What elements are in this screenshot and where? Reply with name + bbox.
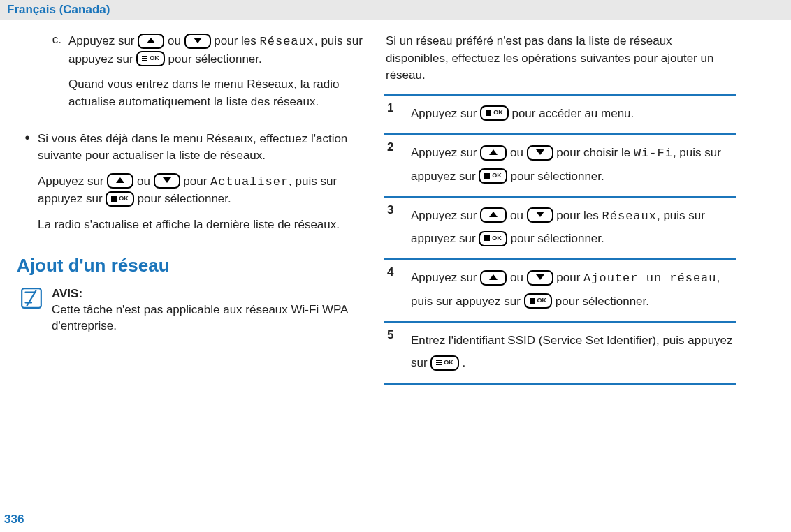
step-text: Appuyez sur OK pour accéder au menu. (411, 103, 734, 125)
ok-button-icon: OK (106, 191, 134, 207)
table-row: 1 Appuyez sur OK pour accéder au menu. (384, 95, 736, 134)
left-column: c. Appuyez sur ou pour les Réseaux, puis… (0, 33, 377, 385)
up-button-icon (138, 34, 164, 49)
section-heading: Ajout d'un réseau (17, 255, 370, 276)
notice-title: AVIS: (52, 286, 370, 302)
substep-c-line1: Appuyez sur ou pour les Réseaux, puis su… (68, 33, 370, 68)
ok-button-icon: OK (480, 105, 509, 121)
menu-label-reseaux: Réseaux (260, 35, 314, 48)
step-number: 1 (384, 95, 408, 134)
bullet-p2: Appuyez sur ou pour Actualiser, puis sur… (38, 173, 370, 208)
menu-label-ajouter: Ajouter un réseau (583, 272, 716, 285)
ok-button-icon: OK (430, 355, 459, 371)
up-button-icon (107, 173, 133, 189)
down-button-icon (527, 207, 553, 223)
table-row: 3 Appuyez sur ou pour les Réseaux, puis … (384, 197, 736, 260)
up-button-icon (480, 145, 507, 161)
down-button-icon (527, 270, 553, 286)
step-number: 5 (384, 322, 408, 384)
content-columns: c. Appuyez sur ou pour les Réseaux, puis… (0, 20, 791, 385)
substep-c: c. Appuyez sur ou pour les Réseaux, puis… (17, 33, 370, 119)
table-row: 5 Entrez l'identifiant SSID (Service Set… (384, 322, 736, 384)
notice-body: Cette tâche n'est pas applicable aux rés… (52, 302, 370, 334)
ok-button-icon: OK (479, 168, 507, 184)
menu-label-actualiser: Actualiser (210, 175, 289, 189)
ok-button-icon: OK (524, 293, 553, 309)
substep-marker: c. (17, 33, 68, 119)
step-text: Entrez l'identifiant SSID (Service Set I… (411, 330, 734, 375)
bullet-p3: La radio s'actualise et affiche la derni… (38, 216, 370, 234)
down-button-icon (184, 34, 211, 49)
menu-label-wifi: Wi-Fi (634, 147, 673, 160)
intro-paragraph: Si un réseau préféré n'est pas dans la l… (384, 33, 736, 84)
down-button-icon (154, 173, 180, 189)
down-button-icon (527, 145, 553, 161)
bullet-marker: • (17, 131, 38, 242)
ok-button-icon: OK (479, 231, 507, 246)
page-header: Français (Canada) (0, 0, 791, 20)
bullet-p1: Si vous êtes déjà dans le menu Réseaux, … (38, 131, 370, 165)
right-column: Si un réseau préféré n'est pas dans la l… (377, 33, 755, 385)
step-number: 3 (384, 197, 408, 260)
step-number: 4 (384, 259, 408, 322)
up-button-icon (480, 207, 507, 223)
step-text: Appuyez sur ou pour choisir le Wi-Fi, pu… (411, 142, 734, 188)
notice-icon (20, 286, 43, 312)
notice-block: AVIS: Cette tâche n'est pas applicable a… (20, 286, 370, 334)
step-text: Appuyez sur ou pour les Réseaux, puis su… (411, 205, 734, 251)
menu-label-reseaux: Réseaux (602, 209, 657, 223)
substep-c-paragraph: Quand vous entrez dans le menu Réseaux, … (68, 76, 370, 110)
ok-button-icon: OK (136, 51, 165, 66)
step-text: Appuyez sur ou pour Ajouter un réseau, p… (411, 267, 734, 313)
step-number: 2 (384, 134, 408, 197)
steps-table: 1 Appuyez sur OK pour accéder au menu. 2… (384, 94, 736, 385)
bullet-item: • Si vous êtes déjà dans le menu Réseaux… (17, 131, 370, 242)
table-row: 4 Appuyez sur ou pour Ajouter un réseau,… (384, 259, 736, 322)
table-row: 2 Appuyez sur ou pour choisir le Wi-Fi, … (384, 134, 736, 197)
up-button-icon (480, 270, 507, 286)
page-number: 336 (4, 512, 24, 526)
